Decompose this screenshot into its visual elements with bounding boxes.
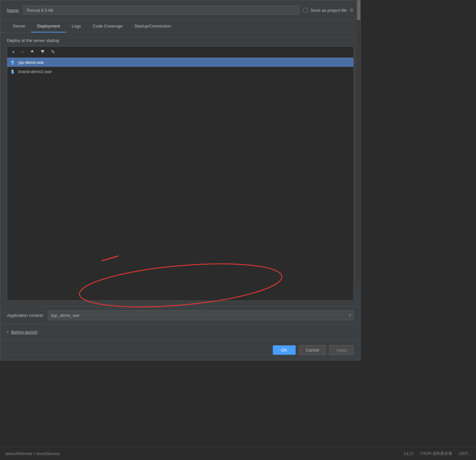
war-icon-2 <box>10 69 16 74</box>
list-item-label-2: brand-demo1:war <box>18 69 52 74</box>
move-up-button[interactable] <box>29 48 36 55</box>
move-down-button[interactable] <box>39 48 46 55</box>
gear-icon-button[interactable]: ⚙ <box>349 8 354 13</box>
status-bar-left: selectAllServlet > brandService <box>5 451 60 456</box>
name-input[interactable] <box>23 6 299 15</box>
add-button[interactable]: + <box>10 49 16 55</box>
toolbar-row: + − ✎ <box>7 47 353 58</box>
store-project-checkbox[interactable] <box>303 8 308 12</box>
list-item[interactable]: brand-demo1:war <box>7 67 353 76</box>
tab-logs[interactable]: Logs <box>66 20 87 32</box>
before-launch-toggle[interactable]: ▾ Before launch <box>7 330 354 335</box>
list-item[interactable]: jsp-demo:war <box>7 58 353 67</box>
section-title: Deploy at the server startup <box>7 38 354 43</box>
chevron-icon: ▾ <box>7 330 9 334</box>
deployment-list: jsp-demo:war brand-demo1:war <box>7 58 353 300</box>
tab-code-coverage[interactable]: Code Coverage <box>87 20 129 32</box>
ok-button[interactable]: OK <box>273 345 296 355</box>
tab-deployment[interactable]: Deployment <box>31 20 66 32</box>
tabs-row: Server Deployment Logs Code Coverage Sta… <box>0 20 360 33</box>
list-item-label-1: jsp-demo:war <box>18 60 44 65</box>
store-project-label: Store as project file <box>310 8 347 13</box>
status-bar-right: 14:17 CSDN @风凰谷佛 CRIT... <box>404 451 471 456</box>
bottom-buttons: OK Cancel Apply <box>0 340 360 360</box>
name-label: Name: <box>7 8 19 13</box>
war-icon-1 <box>10 60 16 65</box>
header-row: Name: Store as project file ⚙ <box>0 0 360 20</box>
store-project-area: Store as project file ⚙ <box>303 8 354 13</box>
status-crit: CRIT... <box>459 451 471 456</box>
dialog: Name: Store as project file ⚙ Server Dep… <box>0 0 361 360</box>
tab-startup-connection[interactable]: Startup/Connection <box>129 20 177 32</box>
status-bar: selectAllServlet > brandService 14:17 CS… <box>0 447 476 460</box>
svg-rect-1 <box>11 60 14 63</box>
scrollbar-thumb[interactable] <box>357 0 360 20</box>
svg-rect-3 <box>11 69 14 72</box>
tab-server[interactable]: Server <box>7 20 31 32</box>
cancel-button[interactable]: Cancel <box>299 345 326 355</box>
app-context-input[interactable] <box>48 310 354 320</box>
before-launch-section: ▾ Before launch <box>0 324 360 340</box>
app-context-label: Application context: <box>7 313 44 318</box>
deployment-panel: + − ✎ <box>7 46 354 301</box>
apply-button[interactable]: Apply <box>329 345 354 355</box>
app-context-row: Application context: ▾ <box>0 306 360 324</box>
before-launch-label: Before launch <box>11 330 37 335</box>
main-content: Deploy at the server startup + − ✎ <box>0 33 360 306</box>
edit-button[interactable]: ✎ <box>50 49 56 55</box>
status-user: CSDN @风凰谷佛 <box>420 451 452 456</box>
app-context-input-wrapper: ▾ <box>48 310 354 320</box>
status-time: 14:17 <box>404 451 414 456</box>
remove-button[interactable]: − <box>19 49 25 55</box>
scrollbar-track[interactable] <box>357 0 360 282</box>
